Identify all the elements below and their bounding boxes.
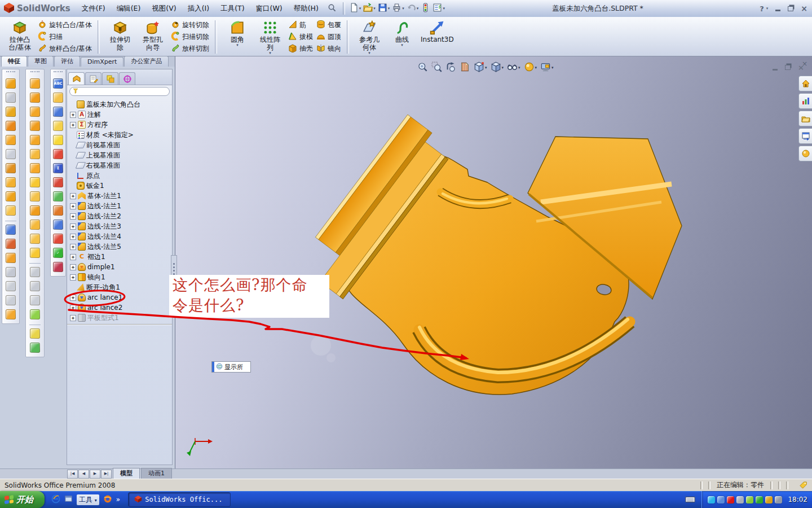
command-dome-button[interactable]: 圆顶 [316,32,341,43]
tray-icon-4[interactable] [746,496,753,503]
expand-toggle[interactable]: + [70,203,76,209]
menu-item-4[interactable]: 工具(T) [215,2,250,16]
command-shell-button[interactable]: 抽壳 [288,43,313,55]
toolbar-icon-1-5[interactable] [30,149,40,159]
dropdown-icon[interactable]: ▾ [368,51,370,55]
dropdown-icon[interactable]: ▾ [359,6,361,11]
firefox-icon[interactable] [103,494,112,505]
toolbar-icon-1-7[interactable] [30,177,40,187]
toolbar-icon-2-0[interactable]: ABC [53,78,63,89]
tab-nav-2[interactable]: ▶ [90,470,100,479]
view-orientation-button[interactable]: ▾ [473,61,488,75]
toolbar-icon-0-3[interactable] [6,121,16,131]
tab-动画1[interactable]: 动画1 [141,468,172,479]
command-hole-wizard-button[interactable]: 异型孔向导 [136,18,169,56]
shell-window-icon[interactable] [64,494,73,505]
tree-item-arc-lance2[interactable]: +arc lance2 [69,303,172,313]
panel-chevron-icon[interactable] [166,84,171,85]
toolbar-icon-1-3[interactable] [30,121,40,131]
tray-icon-6[interactable] [765,496,773,503]
command-instant3d-button[interactable]: Instant3D [418,18,456,56]
command-sweep-cut-button[interactable]: 扫描切除 [171,32,209,43]
expand-toggle[interactable]: + [70,244,76,250]
tab-nav-0[interactable]: |◀ [67,470,78,479]
tree-item-dimple1[interactable]: +dimple1 [69,262,172,272]
view-settings-button[interactable]: ▾ [540,61,554,75]
toolbar-icon-0-12[interactable] [6,239,16,249]
toolbar-icon-0-13[interactable] [6,253,16,263]
toolbar-icon-0-6[interactable] [6,163,16,173]
options-button[interactable]: ▾ [432,2,445,15]
dropdown-icon[interactable]: ▾ [551,65,554,70]
toolbar-icon-1-16[interactable] [30,295,40,305]
language-keyboard-icon[interactable] [685,496,696,503]
dropdown-icon[interactable]: ▾ [401,43,403,47]
graphics-viewport[interactable]: ▾▾▾▾▾ × × 显示所 [175,56,812,468]
toolbar-icon-0-15[interactable] [6,281,16,291]
tree-item-前视基准面[interactable]: 前视基准面 [69,140,172,150]
model-canvas[interactable] [175,56,812,468]
command-extrude-button[interactable]: 拉伸凸台/基体 [3,18,36,56]
toolbar-icon-0-7[interactable] [6,177,16,187]
fm-dimxpert-tab[interactable] [119,72,135,85]
toolbar-icon-1-11[interactable] [30,234,40,244]
toolbar-icon-1-12[interactable] [30,248,40,258]
expand-toggle[interactable]: + [70,315,76,321]
dropdown-icon[interactable]: ▾ [388,6,390,11]
print-button[interactable]: ▾ [391,2,405,15]
zoom-area-button[interactable] [431,61,443,75]
menu-item-2[interactable]: 视图(V) [146,2,182,16]
toolbar-icon-2-4[interactable] [53,135,63,145]
previous-view-button[interactable] [445,61,457,75]
toolbar-icon-1-17[interactable] [30,309,40,319]
tree-item-右视基准面[interactable]: 右视基准面 [69,160,172,170]
command-loft-button[interactable]: 放样凸台/基体 [38,43,92,55]
tab-nav-1[interactable]: ◀ [78,470,89,479]
display-tooltip-chip[interactable]: 显示所 [211,361,251,373]
expand-toggle[interactable]: + [70,254,76,260]
command-wrap-button[interactable]: 包覆 [316,20,341,31]
task-pane-close-button[interactable]: × [800,60,809,68]
expand-toggle[interactable]: + [70,305,76,311]
tree-item-边线-法兰2[interactable]: +边线-法兰2 [69,211,172,221]
tree-item-arc-lance1[interactable]: +arc lance1 [69,292,172,303]
internet-explorer-icon[interactable] [51,494,60,505]
dropdown-icon[interactable]: ▾ [443,6,445,11]
task-pane-tab-appearances-ball[interactable] [798,146,812,161]
tree-item-材质-未指定-[interactable]: 材质 <未指定> [69,130,172,140]
dropdown-icon[interactable]: ▾ [402,6,404,11]
dropdown-icon[interactable]: ▾ [236,43,239,47]
toolbar-icon-2-5[interactable] [53,149,63,159]
command-mirror-button[interactable]: 镜向 [316,43,341,55]
command-revolve-button[interactable]: 旋转凸台/基体 [38,20,92,31]
tree-item-边线-法兰3[interactable]: +边线-法兰3 [69,221,172,231]
toolbar-icon-0-2[interactable] [6,107,16,117]
toolbar-icon-0-9[interactable] [6,205,16,216]
menu-item-1[interactable]: 编辑(E) [111,2,147,16]
open-button[interactable]: ▾ [363,2,376,15]
tree-item-边线-法兰4[interactable]: +边线-法兰4 [69,231,172,242]
command-sweep-button[interactable]: 扫描 [38,32,92,43]
tree-item-上视基准面[interactable]: 上视基准面 [69,150,172,160]
toolbar-icon-2-13[interactable] [53,262,63,272]
toolbar-icon-1-2[interactable] [30,107,40,117]
expand-toggle[interactable]: + [70,234,76,240]
toolbar-icon-1-8[interactable] [30,191,40,202]
tray-icon-1[interactable] [717,496,725,503]
toolbar-icon-1-15[interactable] [30,281,40,291]
tray-icon-5[interactable] [756,496,763,503]
toolbar-icon-1-1[interactable] [30,93,40,103]
undo-button[interactable]: ▾ [406,2,420,15]
command-draft-button[interactable]: 拔模 [288,32,313,43]
tab-模型[interactable]: 模型 [113,468,140,479]
new-doc-button[interactable]: ▾ [348,2,362,15]
menu-item-3[interactable]: 插入(I) [182,2,215,16]
toolbar-icon-1-14[interactable] [30,267,40,277]
toolbar-icon-2-3[interactable] [53,121,63,131]
command-revolve-cut-button[interactable]: 旋转切除 [171,20,209,31]
dropdown-icon[interactable]: ▾ [535,65,537,70]
tree-item-基体-法兰1[interactable]: +基体-法兰1 [69,191,172,201]
tree-item-镜向1[interactable]: +镜向1 [69,272,172,282]
tab-nav-3[interactable]: ▶| [101,470,112,479]
dropdown-icon[interactable]: ▾ [373,6,376,11]
